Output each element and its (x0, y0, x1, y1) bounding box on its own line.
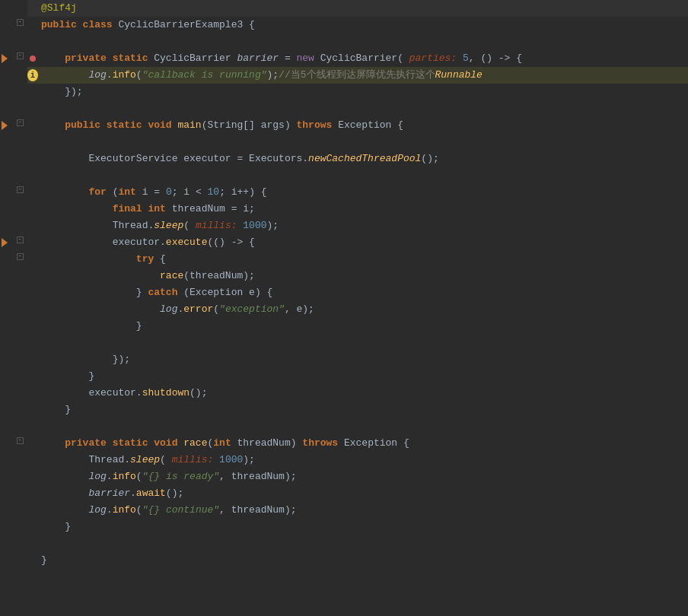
fold-9 (12, 134, 27, 151)
fold-15[interactable]: - (12, 234, 27, 251)
code-line-29: log.info("{} is ready", threadNum); (38, 468, 688, 485)
bp-12 (27, 184, 38, 201)
code-line-21 (38, 335, 688, 351)
fold-23 (12, 368, 27, 385)
bp-9 (27, 134, 38, 151)
hint-icon-5: i (27, 69, 38, 81)
fold-16[interactable]: - (12, 251, 27, 268)
code-line-12: for (int i = 0; i < 10; i++) { (38, 184, 688, 201)
line-18: } catch (Exception e) { (0, 284, 688, 301)
fold-1 (12, 0, 27, 17)
code-line-16: try { (38, 251, 688, 268)
code-line-19: log.error("exception", e); (38, 301, 688, 318)
line-21 (0, 335, 688, 351)
code-line-5: log.info("callback is running");//当5个线程到… (38, 67, 688, 84)
line-29: log.info("{} is ready", threadNum); (0, 468, 688, 485)
fold-29 (12, 468, 27, 485)
fold-34 (12, 552, 27, 569)
gutter-17 (0, 268, 12, 284)
arrow-15 (2, 238, 8, 247)
code-line-11 (38, 167, 688, 184)
bp-33 (27, 535, 38, 552)
bp-3 (27, 33, 38, 50)
code-editor: @Slf4j - public class CyclicBarrierExamp… (0, 0, 688, 616)
gutter-16 (0, 251, 12, 268)
line-15: - executor.execute(() -> { (0, 234, 688, 251)
line-4: - private static CyclicBarrier barrier =… (0, 50, 688, 67)
fold-7 (12, 100, 27, 117)
code-line-23: } (38, 368, 688, 385)
bp-5: i (27, 67, 38, 84)
bp-16 (27, 251, 38, 268)
bp-2 (27, 17, 38, 33)
fold-33 (12, 535, 27, 552)
fold-25 (12, 402, 27, 418)
fold-26 (12, 418, 27, 435)
gutter-30 (0, 485, 12, 502)
bp-28 (27, 452, 38, 468)
code-line-2: public class CyclicBarrierExample3 { (38, 17, 688, 33)
fold-6 (12, 84, 27, 100)
fold-4[interactable]: - (12, 50, 27, 67)
fold-icon-16[interactable]: - (17, 253, 24, 260)
bp-23 (27, 368, 38, 385)
bp-20 (27, 318, 38, 335)
fold-12[interactable]: - (12, 184, 27, 201)
fold-icon-8[interactable]: - (17, 119, 24, 126)
fold-19 (12, 301, 27, 318)
bp-1 (27, 0, 38, 17)
gutter-23 (0, 368, 12, 385)
line-11 (0, 167, 688, 184)
gutter-3 (0, 33, 12, 50)
code-line-33 (38, 535, 688, 552)
gutter-4 (0, 50, 12, 67)
fold-icon-15[interactable]: - (17, 237, 24, 243)
gutter-12 (0, 184, 12, 201)
bp-22 (27, 351, 38, 368)
gutter-10 (0, 151, 12, 167)
bp-25 (27, 402, 38, 418)
code-line-34: } (38, 552, 688, 569)
arrow-8 (2, 121, 8, 130)
code-line-13: final int threadNum = i; (38, 201, 688, 218)
line-8: - public static void main(String[] args)… (0, 117, 688, 134)
fold-20 (12, 318, 27, 335)
line-7 (0, 100, 688, 117)
fold-27[interactable]: - (12, 435, 27, 452)
fold-icon-12[interactable]: - (17, 186, 24, 193)
fold-30 (12, 485, 27, 502)
fold-3 (12, 33, 27, 50)
bp-6 (27, 84, 38, 100)
fold-11 (12, 167, 27, 184)
gutter-11 (0, 167, 12, 184)
code-line-10: ExecutorService executor = Executors.new… (38, 151, 688, 167)
bp-7 (27, 100, 38, 117)
fold-icon-27[interactable]: - (17, 437, 24, 444)
breakpoint-dot-4 (30, 56, 36, 62)
gutter-27 (0, 435, 12, 452)
gutter-7 (0, 100, 12, 117)
fold-8[interactable]: - (12, 117, 27, 134)
fold-icon-2[interactable]: - (17, 19, 24, 26)
line-9 (0, 134, 688, 151)
fold-10 (12, 151, 27, 167)
line-2: - public class CyclicBarrierExample3 { (0, 17, 688, 33)
bp-8 (27, 117, 38, 134)
code-line-20: } (38, 318, 688, 335)
code-line-32: } (38, 519, 688, 535)
line-19: log.error("exception", e); (0, 301, 688, 318)
bp-4 (27, 50, 38, 67)
arrow-4 (2, 54, 8, 63)
line-17: race(threadNum); (0, 268, 688, 284)
gutter-21 (0, 335, 12, 351)
gutter-18 (0, 284, 12, 301)
fold-2[interactable]: - (12, 17, 27, 33)
fold-icon-4[interactable]: - (17, 52, 24, 59)
gutter-9 (0, 134, 12, 151)
gutter-25 (0, 402, 12, 418)
line-10: ExecutorService executor = Executors.new… (0, 151, 688, 167)
line-24: executor.shutdown(); (0, 385, 688, 402)
line-6: }); (0, 84, 688, 100)
bp-14 (27, 218, 38, 234)
gutter-14 (0, 218, 12, 234)
